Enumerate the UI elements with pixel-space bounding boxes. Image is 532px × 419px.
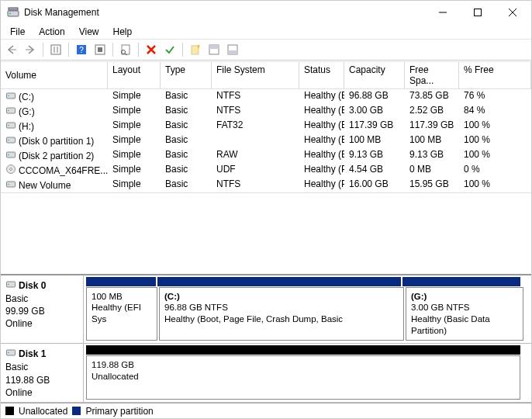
volume-free: 0 MB [405, 163, 459, 178]
svg-rect-26 [7, 123, 16, 128]
volume-type: Basic [161, 163, 212, 178]
volume-status: Healthy (E... [299, 133, 344, 148]
svg-rect-21 [228, 50, 237, 54]
svg-rect-36 [7, 282, 16, 287]
legend-primary-swatch [72, 407, 81, 415]
volume-name: (G:) [19, 106, 35, 117]
refresh-button[interactable] [92, 42, 108, 57]
volume-name: (H:) [19, 121, 34, 132]
volume-pctfree: 84 % [459, 104, 531, 119]
volume-row[interactable]: (H:)SimpleBasicFAT32Healthy (B...117.39 … [1, 119, 531, 133]
partition[interactable]: (G:)3.00 GB NTFSHealthy (Basic Data Part… [406, 287, 523, 341]
col-capacity[interactable]: Capacity [344, 61, 405, 88]
partition-status: Unallocated [92, 371, 515, 383]
menu-help[interactable]: Help [107, 26, 139, 38]
partition[interactable]: 119.88 GBUnallocated [86, 355, 520, 400]
disk-status: Online [5, 317, 78, 330]
menu-bar: File Action View Help [1, 24, 531, 39]
maximize-button[interactable] [460, 1, 495, 24]
svg-rect-28 [7, 137, 16, 143]
disk-panel: Disk 0Basic99.99 GBOnline100 MBHealthy (… [1, 274, 531, 403]
volume-status: Healthy (B... [299, 89, 344, 104]
volume-type: Basic [161, 89, 212, 104]
svg-point-31 [8, 154, 9, 156]
help-button[interactable]: ? [74, 42, 89, 57]
partition[interactable]: (C:)96.88 GB NTFSHealthy (Boot, Page Fil… [159, 287, 404, 341]
close-button[interactable] [495, 1, 530, 24]
volume-fs: RAW [212, 148, 299, 163]
disk-type: Basic [5, 361, 78, 373]
volume-free: 73.85 GB [405, 89, 459, 104]
minimize-button[interactable] [425, 1, 460, 24]
volume-pctfree: 100 % [459, 119, 531, 133]
volume-capacity: 9.13 GB [344, 148, 405, 163]
svg-rect-2 [9, 8, 18, 10]
col-pctfree[interactable]: % Free [459, 61, 531, 88]
volume-list[interactable]: Volume Layout Type File System Status Ca… [1, 61, 531, 192]
drive-icon [5, 149, 16, 162]
col-layout[interactable]: Layout [108, 61, 161, 88]
menu-action[interactable]: Action [33, 26, 71, 38]
col-free[interactable]: Free Spa... [405, 61, 459, 88]
window-title: Disk Management [24, 7, 425, 18]
col-fs[interactable]: File System [212, 61, 299, 88]
menu-file[interactable]: File [4, 26, 31, 38]
svg-rect-17 [192, 46, 199, 54]
new-button[interactable] [188, 42, 203, 57]
drive-icon [5, 134, 16, 147]
delete-button[interactable] [143, 42, 159, 57]
title-bar: Disk Management [1, 1, 531, 24]
col-volume[interactable]: Volume [1, 61, 108, 88]
volume-layout: Simple [108, 119, 161, 133]
svg-point-27 [8, 125, 9, 126]
legend-unallocated-swatch [5, 407, 14, 415]
volume-row[interactable]: (Disk 2 partition 2)SimpleBasicRAWHealth… [1, 148, 531, 163]
layout-top-button[interactable] [206, 42, 222, 57]
disk-info[interactable]: Disk 0Basic99.99 GBOnline [1, 275, 84, 344]
forward-button[interactable] [22, 42, 38, 57]
disk-info[interactable]: Disk 1Basic119.88 GBOnline [1, 344, 84, 402]
col-status[interactable]: Status [299, 61, 344, 88]
disk-row: Disk 0Basic99.99 GBOnline100 MBHealthy (… [1, 275, 531, 345]
back-button[interactable] [4, 42, 19, 57]
volume-row[interactable]: New VolumeSimpleBasicNTFSHealthy (P...16… [1, 178, 531, 192]
volume-free: 9.13 GB [405, 148, 459, 163]
volume-pctfree: 100 % [459, 148, 531, 163]
drive-icon [5, 90, 16, 103]
volume-layout: Simple [108, 163, 161, 178]
svg-point-35 [8, 184, 9, 185]
check-button[interactable] [162, 42, 178, 57]
partition-size: 119.88 GB [92, 359, 515, 371]
volume-pctfree: 76 % [459, 89, 531, 104]
disk-size: 99.99 GB [5, 305, 78, 317]
volume-row[interactable]: CCCOMA_X64FRE...SimpleBasicUDFHealthy (P… [1, 163, 531, 178]
volume-capacity: 100 MB [344, 133, 405, 148]
show-hide-tree-button[interactable] [48, 42, 64, 57]
volume-name: New Volume [19, 180, 71, 191]
volume-list-header[interactable]: Volume Layout Type File System Status Ca… [1, 61, 531, 89]
svg-point-39 [8, 352, 9, 354]
volume-row[interactable]: (C:)SimpleBasicNTFSHealthy (B...96.88 GB… [1, 89, 531, 104]
drive-icon [5, 105, 16, 118]
volume-row[interactable]: (G:)SimpleBasicNTFSHealthy (B...3.00 GB2… [1, 104, 531, 119]
svg-rect-13 [98, 47, 102, 52]
properties-button[interactable] [118, 42, 133, 57]
disk-name: Disk 0 [19, 279, 46, 292]
partition-status: Healthy (EFI Sys [92, 302, 152, 325]
volume-capacity: 4.54 GB [344, 163, 405, 178]
menu-view[interactable]: View [73, 26, 105, 38]
svg-point-37 [8, 283, 9, 285]
volume-row[interactable]: (Disk 0 partition 1)SimpleBasicHealthy (… [1, 133, 531, 148]
svg-rect-24 [7, 108, 16, 113]
layout-bottom-button[interactable] [225, 42, 240, 57]
volume-type: Basic [161, 178, 212, 192]
volume-fs: NTFS [212, 104, 299, 119]
volume-name: (Disk 0 partition 1) [19, 136, 94, 147]
volume-capacity: 117.39 GB [344, 119, 405, 133]
drive-icon [5, 178, 16, 192]
col-type[interactable]: Type [161, 61, 212, 88]
partition[interactable]: 100 MBHealthy (EFI Sys [86, 287, 157, 341]
volume-name: (C:) [19, 92, 34, 102]
svg-text:?: ? [79, 46, 84, 54]
disk-type: Basic [5, 293, 78, 305]
